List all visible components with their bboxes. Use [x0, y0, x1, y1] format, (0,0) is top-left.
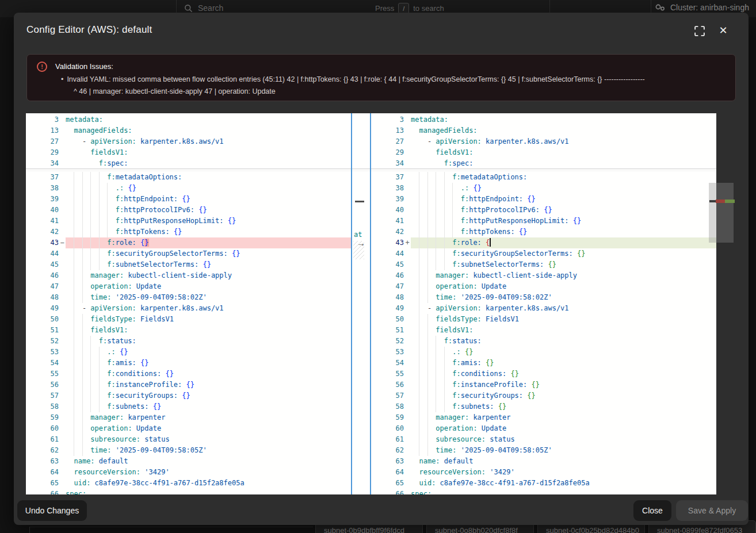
code-text[interactable]: - apiVersion: karpenter.k8s.aws/v1 — [411, 136, 716, 147]
code-line: 39 f:httpEndpoint: {} — [371, 194, 716, 205]
code-text[interactable]: f:subnets: {} — [411, 401, 716, 412]
code-text[interactable]: spec: — [66, 489, 351, 494]
code-text[interactable]: spec: — [411, 489, 716, 494]
line-number-gutter: 62 — [371, 445, 411, 456]
code-text[interactable]: resourceVersion: '3429' — [411, 467, 716, 478]
code-text[interactable]: operation: Update — [411, 423, 716, 434]
code-text[interactable]: f:instanceProfile: {} — [411, 379, 716, 390]
code-line: 52 f:status: — [26, 336, 351, 347]
code-text[interactable]: manager: kubectl-client-side-apply — [66, 270, 351, 281]
close-button[interactable]: Close — [633, 500, 671, 521]
code-text[interactable]: f:subnetSelectorTerms: {} — [66, 259, 351, 270]
yaml-diff-editor[interactable]: 3metadata:13 managedFields:27 - apiVersi… — [26, 113, 716, 494]
code-text[interactable]: f:status: — [411, 336, 716, 347]
code-text[interactable]: f:httpPutResponseHopLimit: {} — [411, 216, 716, 227]
diff-left-pane[interactable]: 3metadata:13 managedFields:27 - apiVersi… — [26, 113, 351, 494]
code-text[interactable]: time: '2025-09-04T09:58:02Z' — [66, 292, 351, 303]
code-text[interactable]: - apiVersion: karpenter.k8s.aws/v1 — [66, 303, 351, 314]
sticky-divider — [26, 168, 716, 169]
left-code-lines[interactable]: 37 f:metadataOptions:38 .: {}39 f:httpEn… — [26, 172, 351, 494]
right-code-lines[interactable]: 37 f:metadataOptions:38 .: {}39 f:httpEn… — [371, 172, 716, 494]
code-text[interactable]: f:metadataOptions: — [66, 172, 351, 183]
code-text[interactable]: f:instanceProfile: {} — [66, 379, 351, 390]
code-text[interactable]: uid: c8afe97e-38cc-4f91-a767-d15f2a8fe05… — [411, 478, 716, 489]
code-line: 52 f:status: — [371, 336, 716, 347]
code-text[interactable]: f:amis: {} — [411, 358, 716, 369]
fullscreen-icon[interactable] — [694, 26, 705, 36]
code-text[interactable]: time: '2025-09-04T09:58:02Z' — [411, 292, 716, 303]
code-text[interactable]: f:subnets: {} — [66, 401, 351, 412]
code-text[interactable]: .: {} — [66, 183, 351, 194]
line-number-gutter: 38 — [371, 183, 411, 194]
diff-sash[interactable] — [351, 113, 352, 494]
code-text[interactable]: f:httpTokens: {} — [411, 227, 716, 237]
code-text[interactable]: resourceVersion: '3429' — [66, 467, 351, 478]
code-text[interactable]: .: {} — [411, 347, 716, 358]
code-text[interactable]: manager: kubectl-client-side-apply — [411, 270, 716, 281]
code-text[interactable]: name: default — [411, 456, 716, 467]
code-text[interactable]: fieldsType: FieldsV1 — [66, 314, 351, 325]
code-line: 27 - apiVersion: karpenter.k8s.aws/v1 — [26, 136, 351, 147]
diff-right-pane[interactable]: 3metadata:13 managedFields:27 - apiVersi… — [371, 113, 716, 494]
code-text[interactable]: fieldsV1: — [411, 147, 716, 158]
code-text[interactable]: time: '2025-09-04T09:58:05Z' — [66, 445, 351, 456]
code-text[interactable]: subresource: status — [66, 434, 351, 445]
code-line: 3metadata: — [371, 114, 716, 125]
code-text[interactable]: - apiVersion: karpenter.k8s.aws/v1 — [411, 303, 716, 314]
code-text[interactable]: operation: Update — [66, 281, 351, 292]
code-text[interactable]: - apiVersion: karpenter.k8s.aws/v1 — [66, 136, 351, 147]
code-text[interactable]: fieldsV1: — [411, 325, 716, 336]
code-text[interactable]: operation: Update — [66, 423, 351, 434]
left-scroll-mark — [355, 201, 364, 202]
code-text[interactable]: fieldsType: FieldsV1 — [411, 314, 716, 325]
code-text[interactable]: metadata: — [411, 114, 716, 125]
code-text[interactable]: f:spec: — [66, 158, 351, 169]
code-text[interactable]: name: default — [66, 456, 351, 467]
code-text[interactable]: f:securityGroups: {} — [66, 390, 351, 401]
code-text[interactable]: f:conditions: {} — [411, 369, 716, 379]
code-text[interactable]: f:role: {} — [66, 237, 351, 248]
code-text[interactable]: f:securityGroupSelectorTerms: {} — [66, 248, 351, 259]
code-text[interactable]: f:securityGroups: {} — [411, 390, 716, 401]
code-text[interactable]: managedFields: — [411, 125, 716, 136]
code-text[interactable]: f:httpTokens: {} — [66, 227, 351, 237]
close-icon[interactable]: ✕ — [716, 24, 730, 37]
save-apply-button[interactable]: Save & Apply — [676, 500, 748, 521]
code-text[interactable]: f:httpEndpoint: {} — [411, 194, 716, 205]
code-text[interactable]: f:conditions: {} — [66, 369, 351, 379]
code-text[interactable]: manager: karpenter — [66, 412, 351, 423]
code-text[interactable]: managedFields: — [66, 125, 351, 136]
code-text[interactable]: uid: c8afe97e-38cc-4f91-a767-d15f2a8fe05… — [66, 478, 351, 489]
code-text[interactable]: fieldsV1: — [66, 147, 351, 158]
search-input[interactable]: Search — [184, 3, 223, 13]
cluster-selector[interactable]: Cluster: anirban-singh — [655, 3, 749, 12]
code-text[interactable]: fieldsV1: — [66, 325, 351, 336]
line-number-gutter: 38 — [26, 183, 66, 194]
code-text[interactable]: f:httpProtocolIPv6: {} — [66, 205, 351, 216]
code-line: 29 fieldsV1: — [371, 147, 716, 158]
diff-sash[interactable] — [370, 113, 371, 494]
code-text[interactable]: f:spec: — [411, 158, 716, 169]
code-text[interactable]: metadata: — [66, 114, 351, 125]
code-text[interactable]: f:metadataOptions: — [411, 172, 716, 183]
code-text[interactable]: f:role: { — [411, 237, 716, 248]
code-text[interactable]: manager: karpenter — [411, 412, 716, 423]
code-text[interactable]: operation: Update — [411, 281, 716, 292]
line-number-gutter: 59 — [26, 412, 66, 423]
code-text[interactable]: f:subnetSelectorTerms: {} — [411, 259, 716, 270]
code-text[interactable]: .: {} — [411, 183, 716, 194]
line-number-gutter: 49 — [26, 303, 66, 314]
code-line: 38 .: {} — [371, 183, 716, 194]
code-text[interactable]: f:httpEndpoint: {} — [66, 194, 351, 205]
code-text[interactable]: f:securityGroupSelectorTerms: {} — [411, 248, 716, 259]
code-text[interactable]: f:httpPutResponseHopLimit: {} — [66, 216, 351, 227]
overview-scrollbar-slider[interactable] — [709, 183, 734, 243]
undo-changes-button[interactable]: Undo Changes — [17, 500, 87, 521]
code-text[interactable]: time: '2025-09-04T09:58:05Z' — [411, 445, 716, 456]
code-text[interactable]: f:status: — [66, 336, 351, 347]
code-text[interactable]: f:amis: {} — [66, 358, 351, 369]
code-text[interactable]: .: {} — [66, 347, 351, 358]
left-sticky-scroll: 3metadata:13 managedFields:27 - apiVersi… — [26, 114, 351, 169]
code-text[interactable]: f:httpProtocolIPv6: {} — [411, 205, 716, 216]
code-text[interactable]: subresource: status — [411, 434, 716, 445]
